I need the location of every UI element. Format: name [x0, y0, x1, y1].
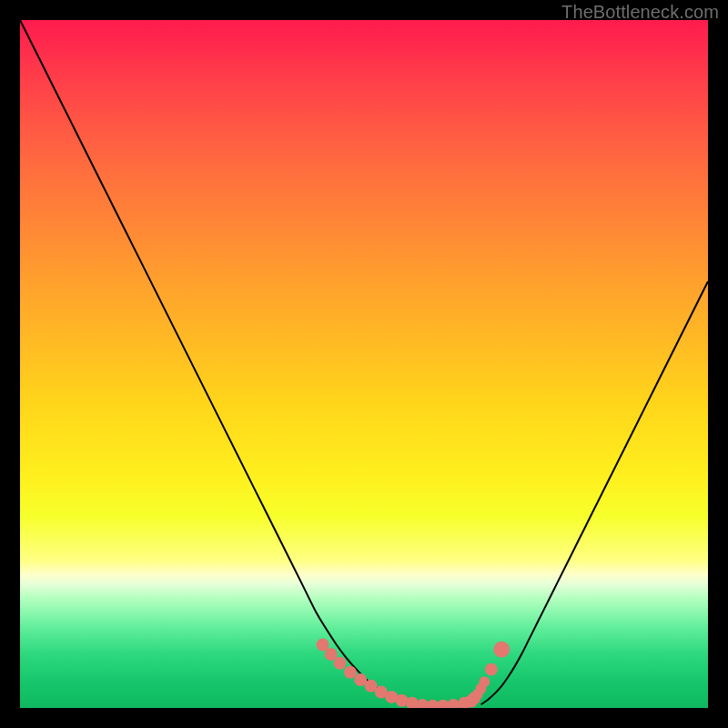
- outer-frame: TheBottleneck.com: [0, 0, 728, 728]
- dot: [485, 663, 498, 676]
- chart-svg: [20, 20, 708, 708]
- dot: [479, 676, 490, 687]
- dot: [334, 657, 347, 670]
- dot: [447, 699, 460, 708]
- bottom-dots: [317, 638, 511, 708]
- dot: [493, 642, 510, 658]
- dot: [344, 666, 357, 679]
- left-curve: [20, 20, 426, 706]
- dot: [317, 638, 329, 651]
- right-curve: [481, 281, 708, 704]
- plot-area: [20, 20, 708, 708]
